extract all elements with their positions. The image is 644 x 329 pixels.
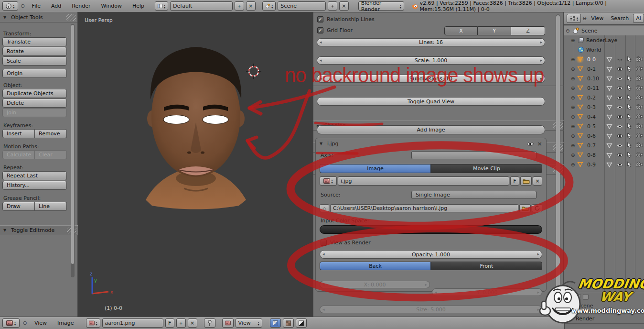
left-arrow-icon[interactable]: ◂ xyxy=(322,307,325,312)
menu-help[interactable]: Help xyxy=(128,3,149,9)
selectable-cursor-icon[interactable] xyxy=(627,152,632,158)
remove-keyframe-button[interactable]: Remove xyxy=(35,129,67,138)
outliner-row-object[interactable]: ⊕ 0-3 xyxy=(564,102,644,112)
relative-path-toggle[interactable]: ◇ xyxy=(320,204,329,212)
outliner-row-world[interactable]: World xyxy=(564,45,644,55)
grease-draw-button[interactable]: Draw xyxy=(2,202,35,211)
fake-user-button[interactable]: F xyxy=(165,318,174,328)
left-arrow-icon[interactable]: ◂ xyxy=(320,58,322,63)
selectable-cursor-icon[interactable] xyxy=(627,94,632,100)
origin-button[interactable]: Origin xyxy=(2,69,67,78)
hide-eye-icon[interactable] xyxy=(616,67,623,71)
reload-image-button[interactable] xyxy=(532,204,542,212)
source-dropdown[interactable]: Single Image xyxy=(411,191,537,199)
expand-icon[interactable]: ⊕ xyxy=(571,86,575,91)
outliner-display-dropdown[interactable]: Al xyxy=(633,14,644,23)
hide-eye-icon[interactable] xyxy=(616,124,623,129)
uv-view-dropdown[interactable]: View ▴▾ xyxy=(236,318,262,328)
hide-eye-icon[interactable] xyxy=(616,77,623,81)
rotate-button[interactable]: Rotate xyxy=(2,47,67,56)
left-arrow-icon[interactable]: ◂ xyxy=(322,282,325,287)
right-arrow-icon[interactable]: ▸ xyxy=(537,252,539,256)
scene-field[interactable]: Scene xyxy=(278,1,325,11)
delete-button[interactable]: Delete xyxy=(2,99,67,108)
selectable-cursor-icon[interactable] xyxy=(627,85,632,91)
outliner-search-menu[interactable]: Search xyxy=(608,15,632,22)
scene-icon-button[interactable]: ▴▾ xyxy=(262,1,276,11)
duplicate-objects-button[interactable]: Duplicate Objects xyxy=(2,89,67,98)
insert-keyframe-button[interactable]: Insert xyxy=(2,129,35,138)
outliner-row-renderlayers[interactable]: ⊕ RenderLaye xyxy=(564,35,644,45)
expand-icon[interactable]: ⊕ xyxy=(571,57,575,62)
menu-window[interactable]: Window xyxy=(97,3,126,9)
outliner-row-object[interactable]: ⊕ 0-9 xyxy=(564,160,644,169)
outliner-editor-type-button[interactable]: ▴▾ xyxy=(567,14,581,23)
expand-icon[interactable]: ⊕ xyxy=(571,95,575,100)
draw-channel-zbuffer-button[interactable] xyxy=(296,318,307,328)
uv-image-menu[interactable]: Image xyxy=(53,320,78,326)
collapse-icon[interactable]: ⊖ xyxy=(566,28,569,33)
screen-layout-field[interactable]: Default xyxy=(170,1,232,11)
object-tools-panel-header[interactable]: ▼ Object Tools xyxy=(0,12,77,22)
clear-paths-button[interactable]: Clear xyxy=(35,150,67,159)
render-camera-icon[interactable] xyxy=(636,104,643,110)
properties-tab-icon[interactable] xyxy=(583,294,589,300)
opacity-slider[interactable]: ◂Opacity: 1.000▸ xyxy=(320,250,542,259)
back-button[interactable]: Back xyxy=(320,262,431,270)
expand-triangle-icon[interactable]: ▼ xyxy=(320,142,324,146)
right-arrow-icon[interactable]: ▸ xyxy=(540,58,542,63)
toolshelf-scrollbar[interactable] xyxy=(71,25,74,264)
pivot-icon-button[interactable] xyxy=(222,318,234,328)
outliner-view-menu[interactable]: View xyxy=(588,15,606,22)
add-image-button[interactable]: Add Image xyxy=(317,125,545,134)
expand-icon[interactable]: ⊕ xyxy=(571,38,575,43)
grid-floor-checkbox[interactable] xyxy=(317,27,323,33)
translate-button[interactable]: Translate xyxy=(2,37,67,46)
selectable-cursor-icon[interactable] xyxy=(627,123,632,129)
axis-x-button[interactable]: X xyxy=(444,26,478,35)
pin-button[interactable] xyxy=(204,318,215,328)
image-browse-button[interactable]: ▴▾ xyxy=(320,176,337,186)
hide-eye-icon[interactable] xyxy=(616,163,623,167)
hide-eye-icon[interactable] xyxy=(616,153,623,157)
right-arrow-icon[interactable]: ▸ xyxy=(537,307,539,312)
outliner-row-scene[interactable]: ⊖ Scene xyxy=(564,26,644,35)
properties-tab-icon[interactable] xyxy=(568,294,573,300)
render-camera-icon[interactable] xyxy=(636,114,643,119)
relationship-lines-checkbox[interactable] xyxy=(317,16,323,22)
grid-scale-slider[interactable]: ◂Scale: 1.000▸ xyxy=(317,56,545,65)
axis-z-button[interactable]: Z xyxy=(511,26,545,35)
uv-view-menu[interactable]: View xyxy=(30,320,51,326)
axis-dropdown[interactable] xyxy=(411,151,537,159)
right-arrow-icon[interactable]: ▸ xyxy=(537,290,539,295)
selectable-cursor-icon[interactable] xyxy=(627,75,632,81)
render-camera-icon[interactable] xyxy=(636,95,643,100)
outliner-row-object[interactable]: ⊕ 0-2 xyxy=(564,93,644,102)
render-panel-header[interactable]: ▼ Render xyxy=(565,314,644,324)
toggle-editmode-panel-header[interactable]: ▼ Toggle Editmode xyxy=(0,225,78,235)
viewport-3d[interactable]: User Persp xyxy=(78,12,313,317)
hide-eye-icon[interactable] xyxy=(616,134,623,138)
size-slider[interactable]: ◂Size: 5.000▸ xyxy=(320,306,542,313)
right-arrow-icon[interactable]: ▸ xyxy=(540,40,542,44)
left-arrow-icon[interactable]: ◂ xyxy=(435,290,437,295)
expand-icon[interactable]: ⊕ xyxy=(571,105,575,110)
selectable-cursor-icon[interactable] xyxy=(627,142,632,148)
outliner-row-object[interactable]: ⊕ 0-11 xyxy=(564,83,644,93)
grid-lines-slider[interactable]: ◂Lines: 16▸ xyxy=(317,38,545,46)
right-arrow-icon[interactable]: ▸ xyxy=(540,76,542,81)
toggle-quad-view-button[interactable]: Toggle Quad View xyxy=(317,97,545,106)
outliner-row-object[interactable]: ⊕ 0-8 xyxy=(564,150,644,160)
expand-icon[interactable]: ⊕ xyxy=(571,66,575,72)
hide-eye-icon[interactable] xyxy=(616,86,623,90)
uv-image-datablock-field[interactable]: aaron1.png xyxy=(102,318,163,328)
render-camera-icon[interactable] xyxy=(636,66,643,71)
render-camera-icon[interactable] xyxy=(636,76,643,81)
layout-add-button[interactable]: ＋ xyxy=(235,1,244,11)
hide-eye-icon[interactable] xyxy=(616,143,623,148)
draw-channel-color-alpha-button[interactable] xyxy=(270,318,281,328)
repeat-last-button[interactable]: Repeat Last xyxy=(2,171,67,180)
outliner-row-object[interactable]: ⊕ 0-7 xyxy=(564,141,644,150)
outliner-row-object[interactable]: ⊕ 0-5 xyxy=(564,121,644,131)
scene-delete-button[interactable]: × xyxy=(339,1,349,11)
